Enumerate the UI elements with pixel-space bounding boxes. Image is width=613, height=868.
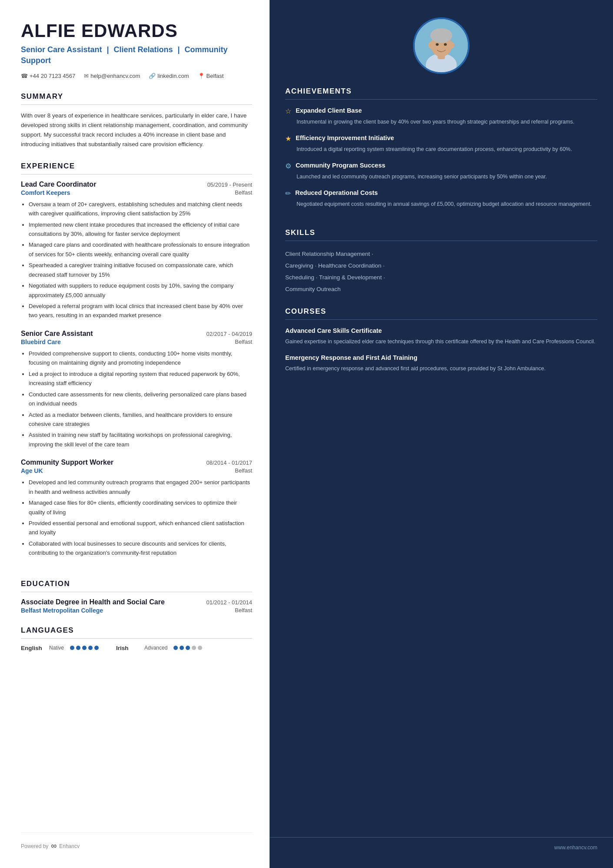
list-item: Acted as a mediator between clients, fam… [29,410,252,429]
dot [173,646,178,650]
star-filled-icon: ★ [285,134,291,143]
skill-line-3: Scheduling · Training & Development · [285,271,597,283]
job-3-location: Belfast [235,467,252,474]
achievement-1-header: ☆ Expanded Client Base [285,107,597,115]
contact-location: 📍 Belfast [198,73,224,79]
job-3-title: Community Support Worker [21,459,113,466]
education-section: EDUCATION Associate Degree in Health and… [21,580,252,614]
skill-line-2: Caregiving · Healthcare Coordination · [285,260,597,271]
job-2-title: Senior Care Assistant [21,330,93,338]
contact-row: ☎ +44 20 7123 4567 ✉ help@enhancv.com 🔗 … [21,73,252,79]
lang-irish-dots [173,646,202,650]
footer-right: www.enhancv.com [270,837,613,851]
location-text: Belfast [207,73,224,79]
achievement-3-header: ⚙ Community Program Success [285,161,597,170]
phone-icon: ☎ [21,73,28,79]
achievement-3-text: Launched and led community outreach prog… [285,172,597,181]
achievement-2-title: Efficiency Improvement Initiative [296,134,394,142]
avatar-area [270,0,613,87]
dot [192,646,196,650]
job-3: Community Support Worker 08/2014 - 01/20… [21,459,252,558]
achievement-1: ☆ Expanded Client Base Instrumental in g… [285,107,597,126]
job-3-header: Community Support Worker 08/2014 - 01/20… [21,459,252,466]
list-item: Spearheaded a caregiver training initiat… [29,261,252,279]
lang-irish: Irish Advanced [116,645,202,651]
list-item: Led a project to introduce a digital rep… [29,369,252,388]
languages-title: LANGUAGES [21,626,252,635]
achievement-1-text: Instrumental in growing the client base … [285,117,597,126]
edu-1-dates: 01/2012 - 01/2014 [206,599,252,606]
right-column: ACHIEVEMENTS ☆ Expanded Client Base Inst… [270,0,613,868]
community-icon: ⚙ [285,162,291,170]
title-part-1: Senior Care Assistant [21,45,102,54]
brand-name: Enhancv [59,843,80,849]
edu-1-school-row: Belfast Metropolitan College Belfast [21,607,252,614]
course-1-title: Advanced Care Skills Certificate [285,327,597,335]
summary-section: SUMMARY With over 8 years of experience … [21,92,252,150]
avatar [413,17,470,74]
course-1: Advanced Care Skills Certificate Gained … [285,327,597,346]
languages-divider [21,638,252,639]
experience-divider [21,174,252,174]
summary-text: With over 8 years of experience in healt… [21,111,252,150]
achievement-1-title: Expanded Client Base [296,107,362,115]
list-item: Implemented new client intake procedures… [29,220,252,239]
achievement-4-header: ✏ Reduced Operational Costs [285,189,597,198]
course-2-title: Emergency Response and First Aid Trainin… [285,354,597,362]
list-item: Conducted care assessments for new clien… [29,390,252,409]
job-1-bullets: Oversaw a team of 20+ caregivers, establ… [21,200,252,320]
job-1-dates: 05/2019 - Present [207,181,252,188]
edit-icon: ✏ [285,189,291,198]
header-section: ALFIE EDWARDS Senior Care Assistant | Cl… [21,21,252,92]
footer-website: www.enhancv.com [554,845,597,851]
job-1-company-row: Comfort Keepers Belfast [21,189,252,196]
skills-list: Client Relationship Management · Caregiv… [285,248,597,295]
dot [88,646,93,650]
job-2-company: Bluebird Care [21,338,61,345]
enhancv-logo-icon: ∞ [51,841,57,851]
edu-1-location: Belfast [235,607,252,614]
candidate-title: Senior Care Assistant | Client Relations… [21,44,252,66]
title-divider-1: | [107,45,111,54]
title-part-2: Client Relations [113,45,173,54]
lang-english: English Native [21,645,99,651]
lang-english-name: English [21,645,45,651]
achievement-2-text: Introduced a digital reporting system st… [285,145,597,154]
list-item: Provided comprehensive support to client… [29,349,252,368]
job-2-bullets: Provided comprehensive support to client… [21,349,252,449]
list-item: Provided essential personal and emotiona… [29,519,252,537]
list-item: Oversaw a team of 20+ caregivers, establ… [29,200,252,218]
course-2-text: Certified in emergency response and adva… [285,364,597,373]
dot [70,646,74,650]
dot [198,646,202,650]
job-3-company-row: Age UK Belfast [21,467,252,474]
email-icon: ✉ [84,73,89,79]
svg-point-8 [444,43,447,46]
skills-divider [285,241,597,241]
skills-title: SKILLS [285,228,597,237]
email-text: help@enhancv.com [90,73,140,79]
edu-1-header: Associate Degree in Health and Social Ca… [21,598,252,606]
job-3-dates: 08/2014 - 01/2017 [206,459,252,466]
achievement-4-text: Negotiated equipment costs resulting in … [285,200,597,208]
job-2-location: Belfast [235,338,252,345]
job-2-dates: 02/2017 - 04/2019 [206,331,252,337]
contact-email: ✉ help@enhancv.com [84,73,140,79]
footer-brand: Powered by ∞ Enhancv [21,841,80,851]
skill-line-1: Client Relationship Management · [285,248,597,260]
skill-line-4: Community Outreach [285,283,597,295]
course-2: Emergency Response and First Aid Trainin… [285,354,597,373]
candidate-name: ALFIE EDWARDS [21,21,252,41]
lang-irish-name: Irish [116,645,140,651]
powered-by-label: Powered by [21,843,48,849]
experience-section: EXPERIENCE Lead Care Coordinator 05/2019… [21,162,252,567]
achievement-2: ★ Efficiency Improvement Initiative Intr… [285,134,597,154]
list-item: Assisted in training new staff by facili… [29,430,252,449]
svg-point-7 [436,43,439,46]
dot [76,646,80,650]
svg-point-6 [450,42,454,49]
education-divider [21,592,252,592]
courses-divider [285,319,597,320]
languages-grid: English Native Irish Advanced [21,645,252,651]
svg-point-5 [428,42,433,49]
